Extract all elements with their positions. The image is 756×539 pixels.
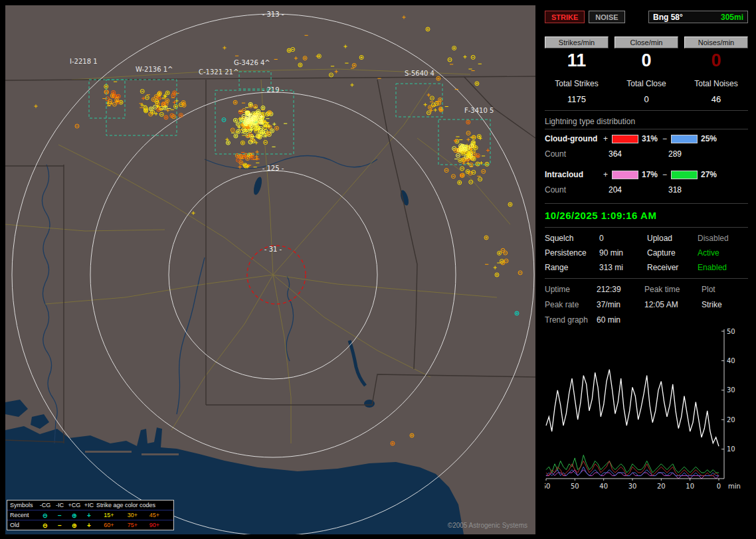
capture-label: Capture [647, 248, 698, 258]
divider [545, 129, 748, 129]
svg-text:30: 30 [628, 483, 637, 490]
pos-cg-icon: ⊕ [67, 511, 82, 520]
legend-neg-ic-header: -IC [52, 501, 67, 510]
squelch-value: 0 [599, 234, 647, 243]
peak-rate-label: Peak rate [545, 300, 597, 309]
noise-toggle-button[interactable]: NOISE [589, 11, 624, 23]
legend-pos-ic-header: +IC [82, 501, 96, 510]
neg-ic-icon: − [52, 521, 67, 530]
pos-ic-icon: + [82, 511, 96, 520]
cloud-ground-label: Cloud-ground [545, 134, 603, 143]
range-label: Range [545, 263, 599, 272]
strike-toggle-button[interactable]: STRIKE [545, 11, 585, 23]
total-noises-value: 46 [684, 94, 748, 104]
receiver-value: Enabled [698, 263, 748, 272]
legend-recent-row: Recent ⊖ − ⊕ + 15+ 30+ 45+ [7, 510, 173, 520]
legend-old-row: Old ⊖ − ⊕ + 60+ 75+ 90+ [7, 520, 173, 530]
svg-text:S-5640 4: S-5640 4 [405, 70, 434, 77]
svg-text:10: 10 [686, 483, 694, 490]
cg-positive-count: 364 [603, 149, 663, 159]
count-label: Count [545, 149, 603, 159]
svg-text:min: min [728, 483, 741, 490]
upload-value: Disabled [698, 234, 748, 243]
divider [545, 110, 748, 111]
capture-value: Active [698, 248, 748, 258]
svg-text:- 31 -: - 31 - [264, 246, 282, 253]
svg-text:50: 50 [727, 328, 735, 335]
svg-text:10: 10 [727, 445, 735, 453]
pos-cg-icon: ⊕ [67, 521, 82, 530]
config-grid: Squelch 0 Upload Disabled Persistence 90… [545, 234, 748, 272]
count-label: Count [545, 185, 603, 194]
total-close-label: Total Close [614, 79, 678, 88]
trend-graph-value: 60 min [597, 315, 644, 325]
range-value: 305mi [721, 13, 743, 22]
trend-graph-label: Trend graph [545, 315, 597, 325]
status-panel: STRIKE NOISE Bng 58° 305mi Strikes/min C… [539, 5, 753, 534]
legend-symbols-header: Symbols [10, 501, 38, 510]
cloud-ground-count-row: Count 364 289 [545, 147, 748, 161]
peak-time-value: 12:05 AM [644, 300, 702, 309]
ic-negative-pct: 27% [698, 170, 721, 179]
upload-label: Upload [647, 234, 698, 243]
total-strikes-label: Total Strikes [545, 79, 609, 88]
svg-text:W-2136 1^: W-2136 1^ [136, 66, 173, 73]
age-45-label: 45+ [143, 511, 165, 520]
neg-cg-icon: ⊖ [38, 511, 52, 520]
neg-cg-icon: ⊖ [38, 521, 52, 530]
svg-text:40: 40 [727, 357, 735, 364]
divider [545, 203, 748, 204]
legend-pos-cg-header: +CG [67, 501, 82, 510]
total-close-value: 0 [614, 94, 678, 104]
legend-age-header: Strike age color codes [96, 501, 165, 510]
peak-rate-value: 37/min [597, 300, 644, 309]
age-15-label: 15+ [96, 511, 122, 520]
strikes-per-min-button[interactable]: Strikes/min [545, 37, 609, 48]
intracloud-label: Intracloud [545, 170, 603, 179]
svg-text:F-3410 5: F-3410 5 [464, 107, 494, 114]
legend-header-row: Symbols -CG -IC +CG +IC Strike age color… [7, 501, 173, 510]
ic-positive-pct: 17% [638, 170, 662, 179]
cg-positive-pct: 31% [638, 134, 662, 143]
cg-negative-pct: 25% [698, 134, 721, 143]
datetime-display: 10/26/2025 1:09:16 AM [545, 210, 748, 221]
svg-text:G-3426 4^: G-3426 4^ [234, 59, 270, 66]
range-value: 313 mi [599, 263, 647, 272]
cg-negative-count: 289 [663, 149, 723, 159]
close-per-min-button[interactable]: Close/min [614, 37, 678, 48]
svg-text:0: 0 [717, 483, 721, 490]
ic-negative-bar [671, 171, 698, 179]
total-strikes-value: 1175 [545, 94, 609, 104]
divider [545, 278, 748, 279]
svg-text:20: 20 [657, 483, 666, 490]
trend-chart: 10203040506050403020100min [545, 327, 748, 495]
peak-time-label: Peak time [644, 285, 702, 294]
ic-positive-bar [612, 171, 638, 179]
legend-old-label: Old [10, 521, 38, 530]
persistence-label: Persistence [545, 248, 599, 258]
svg-text:60: 60 [545, 483, 550, 490]
app-window: - 313 -- 219 -- 125 -- 31 - I-2218 1W-21… [0, 0, 756, 539]
svg-text:- 125 -: - 125 - [262, 165, 284, 172]
pos-ic-icon: + [82, 521, 96, 530]
svg-text:50: 50 [571, 483, 579, 490]
persistence-value: 90 min [599, 248, 647, 258]
trend-chart-canvas: 10203040506050403020100min [545, 327, 748, 495]
plus-sign: + [603, 134, 612, 143]
uptime-label: Uptime [545, 285, 597, 294]
map-viewport[interactable]: - 313 -- 219 -- 125 -- 31 - I-2218 1W-21… [5, 5, 535, 534]
neg-ic-icon: − [52, 511, 67, 520]
uptime-value: 212:39 [597, 285, 644, 294]
age-30-label: 30+ [122, 511, 143, 520]
intracloud-row: Intracloud + 17% − 27% [545, 167, 748, 183]
noises-per-min-button[interactable]: Noises/min [684, 37, 748, 48]
plus-sign: + [603, 170, 612, 179]
bearing-value: Bng 58° [653, 13, 683, 22]
map-legend: Symbols -CG -IC +CG +IC Strike age color… [7, 500, 174, 530]
age-75-label: 75+ [122, 521, 143, 530]
session-grid: Uptime 212:39 Peak time Plot Peak rate 3… [545, 285, 748, 325]
strikes-per-min-value: 11 [545, 50, 609, 71]
ic-positive-count: 204 [603, 185, 663, 194]
age-60-label: 60+ [96, 521, 122, 530]
rate-header-row: Strikes/min Close/min Noises/min [545, 37, 748, 48]
